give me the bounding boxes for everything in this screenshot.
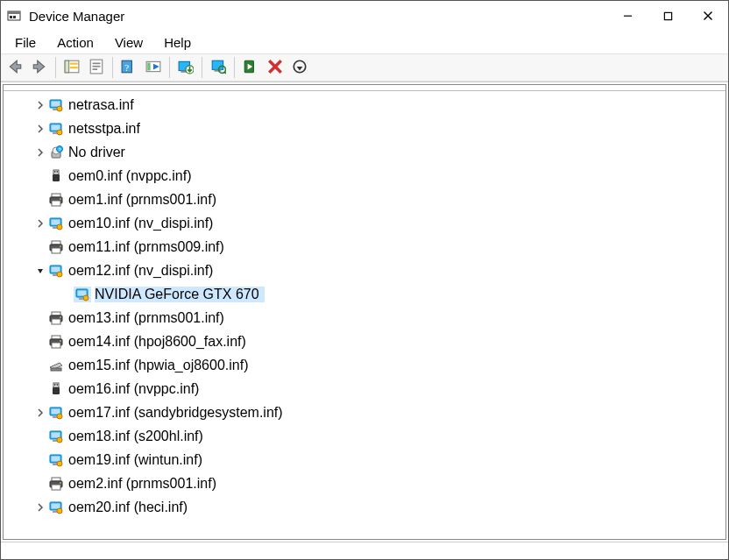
update-driver-button[interactable] — [173, 55, 198, 80]
tree-item[interactable]: oem14.inf (hpoj8600_fax.inf) — [26, 330, 725, 353]
printer-icon — [47, 192, 65, 208]
tree-item[interactable]: oem12.inf (nv_dispi.inf) — [26, 259, 725, 282]
help-button[interactable] — [117, 55, 141, 80]
titlebar: Device Manager — [1, 1, 728, 31]
close-button[interactable] — [688, 2, 728, 30]
toolbar-separator — [55, 57, 56, 78]
uninstall-device-button[interactable] — [263, 55, 287, 80]
tree-item[interactable]: oem11.inf (prnms009.inf) — [26, 235, 725, 259]
scanner-icon — [47, 358, 65, 373]
tree-item-label: netrasa.inf — [68, 97, 139, 113]
tree-item-label: oem11.inf (prnms009.inf) — [68, 239, 230, 255]
tree-item-label: oem1.inf (prnms001.inf) — [68, 192, 222, 208]
expander-icon[interactable] — [33, 98, 47, 112]
monitor-icon — [47, 121, 65, 137]
toolbar-separator — [169, 57, 170, 78]
tree-item[interactable]: oem13.inf (prnms001.inf) — [26, 306, 725, 330]
monitor-icon — [47, 263, 65, 279]
menubar: FileActionViewHelp — [1, 31, 728, 53]
back-button[interactable] — [3, 55, 27, 80]
tree-item[interactable]: netrasa.inf — [26, 93, 725, 117]
expander-icon — [33, 335, 47, 349]
minimize-button[interactable] — [607, 2, 648, 30]
expander-icon — [33, 311, 47, 325]
toolbar-separator — [202, 57, 202, 78]
arrow-right-icon — [32, 59, 47, 77]
scan-hw-icon — [210, 59, 226, 77]
tree-item-label: oem14.inf (hpoj8600_fax.inf) — [68, 334, 251, 350]
tree-item[interactable]: netsstpa.inf — [26, 117, 725, 140]
scan-hardware-button[interactable] — [206, 55, 230, 80]
expander-icon — [33, 358, 47, 372]
monitor-icon — [74, 287, 91, 302]
tree-item-label: oem18.inf (s200hl.inf) — [68, 429, 209, 444]
menu-action[interactable]: Action — [46, 33, 104, 52]
monitor-icon — [47, 452, 65, 468]
action-button[interactable] — [141, 55, 166, 80]
tree-item[interactable]: No driver — [26, 140, 725, 164]
tree-item[interactable]: NVIDIA GeForce GTX 670 — [53, 282, 725, 306]
statusbar — [1, 542, 728, 559]
tree-item-label: oem20.inf (heci.inf) — [68, 500, 193, 515]
properties-button[interactable] — [84, 55, 109, 80]
update-drv-icon — [178, 59, 194, 77]
toolbar-separator — [112, 57, 113, 78]
tree-item-label: oem10.inf (nv_dispi.inf) — [68, 216, 218, 231]
expander-icon[interactable] — [33, 216, 47, 230]
device-tree[interactable]: netrasa.infnetsstpa.infNo driveroem0.inf… — [4, 91, 725, 539]
printer-icon — [47, 239, 65, 255]
tree-item[interactable]: oem20.inf (heci.inf) — [26, 495, 725, 519]
monitor-icon — [47, 97, 65, 113]
tree-column-header[interactable] — [4, 85, 725, 91]
expander-icon — [33, 429, 47, 443]
printer-icon — [47, 476, 65, 492]
tree-item[interactable]: oem0.inf (nvppc.inf) — [26, 164, 725, 188]
tree-item-label: oem17.inf (sandybridgesystem.inf) — [68, 405, 288, 421]
menu-view[interactable]: View — [104, 33, 153, 52]
show-hide-console-tree-button[interactable] — [60, 55, 84, 80]
tree-item-label: netsstpa.inf — [68, 121, 145, 137]
toolbar-separator — [234, 57, 235, 78]
menu-file[interactable]: File — [4, 33, 46, 52]
expander-icon[interactable] — [33, 264, 47, 278]
unknown-device-icon — [47, 145, 65, 160]
tree-item-label: oem2.inf (prnms001.inf) — [68, 476, 222, 492]
tree-item[interactable]: oem17.inf (sandybridgesystem.inf) — [26, 401, 725, 424]
forward-button[interactable] — [27, 55, 52, 80]
maximize-button[interactable] — [648, 2, 688, 30]
tree-item[interactable]: oem19.inf (wintun.inf) — [26, 448, 725, 471]
arrow-left-icon — [7, 59, 23, 77]
usb-plug-icon — [47, 381, 65, 397]
tree-item-label: NVIDIA GeForce GTX 670 — [95, 287, 265, 302]
tree-item-label: oem15.inf (hpwia_oj8600.inf) — [68, 358, 253, 373]
tree-item[interactable]: oem10.inf (nv_dispi.inf) — [26, 211, 725, 235]
window-controls — [607, 2, 728, 30]
tree-item[interactable]: oem18.inf (s200hl.inf) — [26, 424, 725, 448]
printer-icon — [47, 310, 65, 326]
expander-icon[interactable] — [33, 122, 47, 136]
tree-item-label: oem12.inf (nv_dispi.inf) — [68, 263, 218, 279]
enable-device-button[interactable] — [238, 55, 263, 80]
tree-item-label: oem0.inf (nvppc.inf) — [68, 168, 197, 184]
expander-icon[interactable] — [33, 145, 47, 159]
expander-icon — [33, 169, 47, 183]
tree-item[interactable]: oem2.inf (prnms001.inf) — [26, 471, 725, 495]
console-tree-icon — [64, 59, 80, 77]
expander-icon[interactable] — [33, 406, 47, 420]
expander-icon — [33, 477, 47, 491]
expander-icon — [33, 382, 47, 396]
menu-help[interactable]: Help — [153, 33, 202, 52]
expander-icon — [33, 193, 47, 207]
tree-item-label: oem19.inf (wintun.inf) — [68, 452, 208, 468]
tree-item-label: oem16.inf (nvppc.inf) — [68, 381, 204, 397]
expander-icon[interactable] — [33, 500, 47, 514]
enable-dev-icon — [243, 59, 258, 77]
tree-item[interactable]: oem1.inf (prnms001.inf) — [26, 188, 725, 211]
monitor-icon — [47, 216, 65, 231]
tree-panel: netrasa.infnetsstpa.infNo driveroem0.inf… — [3, 84, 726, 540]
view-devices-button[interactable] — [287, 55, 312, 80]
usb-plug-icon — [47, 168, 65, 184]
tree-item[interactable]: oem15.inf (hpwia_oj8600.inf) — [26, 353, 725, 377]
tree-item[interactable]: oem16.inf (nvppc.inf) — [26, 377, 725, 401]
expander-icon — [33, 453, 47, 467]
